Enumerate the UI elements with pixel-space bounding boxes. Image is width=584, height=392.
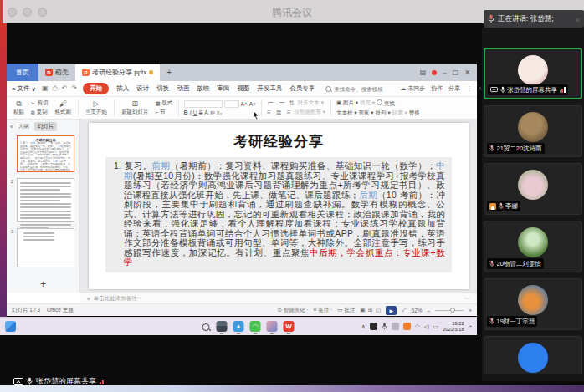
tab-review[interactable]: 审阅 — [217, 84, 229, 93]
reading-view-icon[interactable]: ◫ — [376, 307, 382, 313]
textbox-dropdown[interactable]: 文本框 ▾ — [336, 109, 357, 117]
comments-toggle-button[interactable]: ▭ 批注 — [337, 307, 355, 314]
wps-close-button[interactable]: ✕ — [464, 69, 470, 76]
zoom-out-button[interactable]: – — [428, 308, 431, 313]
replace-button[interactable]: 替换 — [409, 109, 420, 117]
superscript-button[interactable]: x² — [210, 109, 215, 115]
outline-dropdown[interactable]: 轮廓 ▾ — [392, 109, 407, 117]
qq-tray-icon[interactable] — [370, 323, 377, 330]
undo-icon[interactable]: ↶ — [62, 84, 68, 93]
smart-beautify-button[interactable]: ⊙ 智能美化 · — [277, 307, 308, 314]
mic-tray-icon[interactable] — [382, 323, 387, 330]
font-size-select[interactable] — [224, 100, 239, 108]
share-button[interactable]: 分享 — [448, 84, 460, 93]
subscript-button[interactable]: x₂ — [217, 109, 222, 115]
tab-animation[interactable]: 动画 — [177, 84, 189, 93]
volume-icon[interactable]: ◁ — [424, 323, 428, 330]
tab-design[interactable]: 设计 — [136, 84, 149, 93]
normal-view-icon[interactable]: ▣ — [360, 307, 366, 313]
format-painter-button[interactable]: 🖌 格式刷 — [53, 100, 73, 116]
new-document-tab-button[interactable]: + — [160, 64, 178, 81]
notes-more-icon[interactable]: ⋯ — [464, 295, 471, 302]
file-explorer-icon[interactable] — [217, 321, 228, 332]
taskbar-search-icon[interactable] — [200, 321, 211, 332]
tab-insert[interactable]: 插入 — [116, 84, 129, 93]
shapes-dropdown[interactable]: 形状 ▾ — [359, 109, 374, 117]
slide-thumbnail-1[interactable]: 1 考研经验分享 1. 复习。前期（暑期前）：复习资料、课程购买准备、基础知识一… — [17, 135, 74, 172]
slides-tab[interactable]: 幻灯片 — [34, 122, 58, 131]
widgets-icon[interactable] — [5, 321, 16, 332]
to-smartart-dropdown[interactable]: 转智能图形 ▾ — [294, 109, 325, 116]
participant-tile-1[interactable]: 张岱慧的屏幕共享 — [484, 48, 582, 99]
copy-button[interactable]: ⧉复制 — [31, 109, 48, 116]
command-search[interactable] — [325, 86, 394, 92]
collapse-panel-button[interactable]: « — [10, 124, 13, 130]
participant-tile-3[interactable]: 李娜 — [484, 163, 582, 215]
meeting-logo-icon[interactable]: « — [575, 15, 580, 23]
tab-transition[interactable]: 切换 — [156, 84, 169, 93]
current-slide[interactable]: 考研经验分享 1. 复习。前期（暑期前）：复习资料、课程购买准备、基础知识一轮（… — [89, 123, 469, 289]
paste-button[interactable]: ⧉ 粘贴 — [12, 100, 26, 116]
align-buttons-icon[interactable]: ≡ ≣ ≡ — [267, 109, 292, 116]
underline-button[interactable]: U — [193, 109, 197, 115]
wps-minimize-button[interactable]: – — [443, 69, 446, 76]
arrange-dropdown[interactable]: 排列 ▾ — [376, 109, 391, 117]
battery-icon[interactable]: ▭ — [433, 323, 438, 330]
strikethrough-button[interactable]: S — [199, 109, 203, 115]
tray-app-icon[interactable] — [392, 323, 399, 330]
tab-devtools[interactable]: 开发工具 — [257, 84, 282, 93]
wifi-icon[interactable]: ◠ — [415, 323, 420, 330]
participant-tile-4[interactable]: 20物管二刘雯怡 — [484, 221, 582, 272]
wps-home-tab[interactable]: 首页 — [7, 64, 38, 81]
wechat-icon[interactable]: ◠ — [250, 321, 261, 332]
outline-tab[interactable]: 大纲 — [18, 123, 29, 130]
wps-document-tab[interactable]: P 考研经验分享.pptx — [75, 64, 160, 81]
photos-app-icon[interactable]: ▲ — [233, 321, 244, 332]
cloud-sync-status[interactable]: ☁ 未同步 — [400, 84, 425, 93]
section-button[interactable]: ⌐节 — [155, 109, 172, 116]
slide-thumbnail-2[interactable]: 2 — [17, 178, 74, 222]
notification-center-icon[interactable]: ◔ — [469, 323, 472, 329]
font-name-select[interactable] — [184, 100, 223, 108]
line-spacing-icon[interactable]: ⇅ — [289, 99, 296, 107]
taskbar-clock[interactable]: 19:22 2022/5/18 — [443, 321, 464, 332]
zoom-in-button[interactable]: + — [469, 308, 472, 313]
italic-button[interactable]: I — [190, 109, 192, 115]
redo-icon[interactable]: ↷ — [72, 84, 78, 93]
add-slide-button[interactable]: + — [7, 277, 79, 293]
command-search-input[interactable] — [334, 86, 394, 92]
slideshow-play-button[interactable]: ▶ — [386, 306, 397, 315]
wps-maximize-button[interactable]: ▢ — [453, 69, 459, 76]
participant-tile-5[interactable]: 19财一丁宗慧 — [484, 278, 582, 330]
save-icon[interactable]: ▣ — [42, 84, 49, 93]
cut-button[interactable]: ✂剪切 — [31, 99, 48, 107]
wps-taskbar-icon[interactable]: W — [284, 321, 295, 332]
meeting-app-icon[interactable] — [267, 321, 278, 332]
tab-start[interactable]: 开始 — [83, 83, 109, 94]
find-button[interactable]: 查找 — [377, 99, 395, 108]
shrink-font-icon[interactable]: A˅ — [249, 101, 256, 107]
start-button[interactable] — [183, 321, 194, 332]
grow-font-icon[interactable]: A˄ — [241, 101, 248, 107]
bold-button[interactable]: B — [184, 109, 188, 115]
more-menu-icon[interactable]: ⋮ — [466, 85, 472, 92]
wps-docer-tab[interactable]: D 稻壳 — [38, 64, 75, 81]
notes-bar[interactable]: ≡ 单击此处添加备注 ⋯ — [80, 293, 477, 303]
tab-slideshow[interactable]: 放映 — [197, 84, 209, 93]
sorter-view-icon[interactable]: ⊞ — [368, 307, 373, 313]
notes-toggle-button[interactable]: ≡ 备注 · — [314, 307, 333, 314]
layout-button[interactable]: ▦版式 — [155, 99, 172, 107]
tray-expand-icon[interactable]: ∧ — [361, 323, 366, 330]
print-icon[interactable]: ⎙ — [52, 84, 57, 93]
font-color-button[interactable]: A — [204, 109, 208, 115]
slide-thumbnail-3[interactable]: 3 — [17, 228, 74, 267]
doc-mode-icon[interactable]: ▤ — [420, 69, 427, 76]
tab-view[interactable]: 视图 — [237, 84, 249, 93]
zoom-level[interactable]: 62% — [412, 308, 423, 313]
participant-tile-2[interactable]: 21贸二20沈诗雨 — [484, 105, 582, 157]
file-menu[interactable]: ≡ 文件 ∨ — [12, 84, 36, 93]
new-slide-button[interactable]: ⊞ 新建幻灯片 — [120, 100, 151, 116]
play-from-current-button[interactable]: ▷ 当页开始 — [84, 100, 109, 116]
bullet-list-icon[interactable]: ≔ ≕ — [267, 99, 287, 107]
collaborate-button[interactable]: 协作 — [431, 84, 443, 93]
